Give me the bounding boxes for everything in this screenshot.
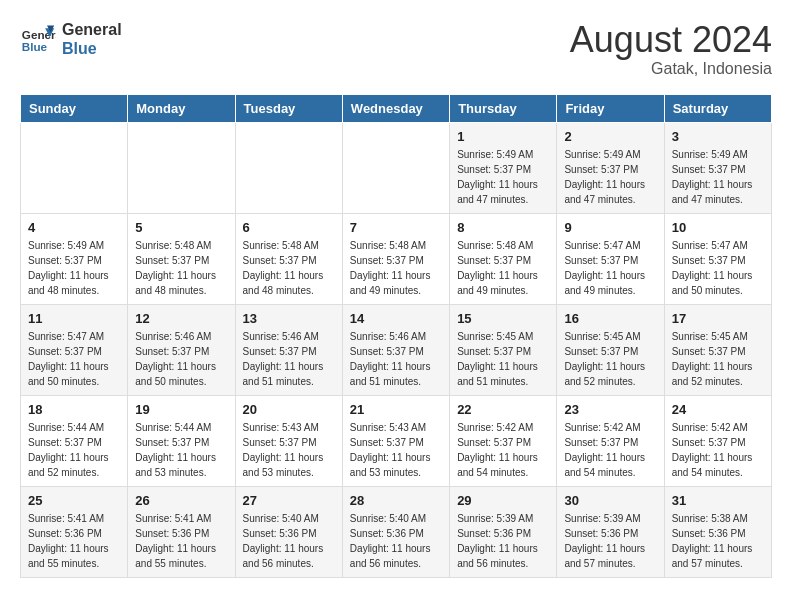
month-year: August 2024 [570, 20, 772, 60]
calendar-cell: 26Sunrise: 5:41 AM Sunset: 5:36 PM Dayli… [128, 486, 235, 577]
calendar-cell: 8Sunrise: 5:48 AM Sunset: 5:37 PM Daylig… [450, 213, 557, 304]
day-number: 30 [564, 493, 656, 508]
day-info: Sunrise: 5:48 AM Sunset: 5:37 PM Dayligh… [350, 238, 442, 298]
day-number: 26 [135, 493, 227, 508]
day-number: 11 [28, 311, 120, 326]
calendar-week-4: 18Sunrise: 5:44 AM Sunset: 5:37 PM Dayli… [21, 395, 772, 486]
calendar-cell: 17Sunrise: 5:45 AM Sunset: 5:37 PM Dayli… [664, 304, 771, 395]
day-info: Sunrise: 5:43 AM Sunset: 5:37 PM Dayligh… [243, 420, 335, 480]
weekday-header-monday: Monday [128, 94, 235, 122]
day-info: Sunrise: 5:44 AM Sunset: 5:37 PM Dayligh… [135, 420, 227, 480]
day-number: 8 [457, 220, 549, 235]
calendar-cell: 13Sunrise: 5:46 AM Sunset: 5:37 PM Dayli… [235, 304, 342, 395]
day-info: Sunrise: 5:42 AM Sunset: 5:37 PM Dayligh… [564, 420, 656, 480]
day-info: Sunrise: 5:48 AM Sunset: 5:37 PM Dayligh… [135, 238, 227, 298]
day-info: Sunrise: 5:39 AM Sunset: 5:36 PM Dayligh… [457, 511, 549, 571]
day-number: 4 [28, 220, 120, 235]
calendar-week-5: 25Sunrise: 5:41 AM Sunset: 5:36 PM Dayli… [21, 486, 772, 577]
day-info: Sunrise: 5:39 AM Sunset: 5:36 PM Dayligh… [564, 511, 656, 571]
calendar-header-row: SundayMondayTuesdayWednesdayThursdayFrid… [21, 94, 772, 122]
calendar-cell: 24Sunrise: 5:42 AM Sunset: 5:37 PM Dayli… [664, 395, 771, 486]
day-number: 17 [672, 311, 764, 326]
calendar-cell: 19Sunrise: 5:44 AM Sunset: 5:37 PM Dayli… [128, 395, 235, 486]
day-info: Sunrise: 5:48 AM Sunset: 5:37 PM Dayligh… [243, 238, 335, 298]
day-number: 18 [28, 402, 120, 417]
calendar-cell: 18Sunrise: 5:44 AM Sunset: 5:37 PM Dayli… [21, 395, 128, 486]
day-number: 28 [350, 493, 442, 508]
day-info: Sunrise: 5:47 AM Sunset: 5:37 PM Dayligh… [28, 329, 120, 389]
day-number: 15 [457, 311, 549, 326]
day-number: 7 [350, 220, 442, 235]
day-info: Sunrise: 5:49 AM Sunset: 5:37 PM Dayligh… [672, 147, 764, 207]
day-number: 16 [564, 311, 656, 326]
day-number: 1 [457, 129, 549, 144]
day-number: 20 [243, 402, 335, 417]
day-number: 31 [672, 493, 764, 508]
calendar-table: SundayMondayTuesdayWednesdayThursdayFrid… [20, 94, 772, 578]
title-block: August 2024 Gatak, Indonesia [570, 20, 772, 78]
day-number: 10 [672, 220, 764, 235]
weekday-header-saturday: Saturday [664, 94, 771, 122]
page-header: General Blue General Blue August 2024 Ga… [20, 20, 772, 78]
day-number: 6 [243, 220, 335, 235]
weekday-header-tuesday: Tuesday [235, 94, 342, 122]
day-info: Sunrise: 5:38 AM Sunset: 5:36 PM Dayligh… [672, 511, 764, 571]
day-number: 22 [457, 402, 549, 417]
day-info: Sunrise: 5:41 AM Sunset: 5:36 PM Dayligh… [135, 511, 227, 571]
day-info: Sunrise: 5:49 AM Sunset: 5:37 PM Dayligh… [564, 147, 656, 207]
day-info: Sunrise: 5:42 AM Sunset: 5:37 PM Dayligh… [457, 420, 549, 480]
day-number: 24 [672, 402, 764, 417]
day-number: 5 [135, 220, 227, 235]
weekday-header-wednesday: Wednesday [342, 94, 449, 122]
calendar-cell [128, 122, 235, 213]
calendar-cell: 23Sunrise: 5:42 AM Sunset: 5:37 PM Dayli… [557, 395, 664, 486]
calendar-cell: 2Sunrise: 5:49 AM Sunset: 5:37 PM Daylig… [557, 122, 664, 213]
day-info: Sunrise: 5:41 AM Sunset: 5:36 PM Dayligh… [28, 511, 120, 571]
day-number: 9 [564, 220, 656, 235]
day-number: 23 [564, 402, 656, 417]
day-info: Sunrise: 5:46 AM Sunset: 5:37 PM Dayligh… [135, 329, 227, 389]
calendar-week-3: 11Sunrise: 5:47 AM Sunset: 5:37 PM Dayli… [21, 304, 772, 395]
day-info: Sunrise: 5:49 AM Sunset: 5:37 PM Dayligh… [457, 147, 549, 207]
calendar-cell [235, 122, 342, 213]
logo-line2: Blue [62, 39, 122, 58]
day-number: 27 [243, 493, 335, 508]
calendar-cell [21, 122, 128, 213]
day-number: 25 [28, 493, 120, 508]
calendar-cell: 3Sunrise: 5:49 AM Sunset: 5:37 PM Daylig… [664, 122, 771, 213]
calendar-cell: 10Sunrise: 5:47 AM Sunset: 5:37 PM Dayli… [664, 213, 771, 304]
day-number: 3 [672, 129, 764, 144]
logo-line1: General [62, 20, 122, 39]
calendar-week-1: 1Sunrise: 5:49 AM Sunset: 5:37 PM Daylig… [21, 122, 772, 213]
calendar-cell: 28Sunrise: 5:40 AM Sunset: 5:36 PM Dayli… [342, 486, 449, 577]
calendar-cell: 16Sunrise: 5:45 AM Sunset: 5:37 PM Dayli… [557, 304, 664, 395]
day-number: 12 [135, 311, 227, 326]
day-number: 19 [135, 402, 227, 417]
calendar-cell: 20Sunrise: 5:43 AM Sunset: 5:37 PM Dayli… [235, 395, 342, 486]
day-number: 13 [243, 311, 335, 326]
day-info: Sunrise: 5:47 AM Sunset: 5:37 PM Dayligh… [564, 238, 656, 298]
day-info: Sunrise: 5:45 AM Sunset: 5:37 PM Dayligh… [564, 329, 656, 389]
day-info: Sunrise: 5:46 AM Sunset: 5:37 PM Dayligh… [243, 329, 335, 389]
day-info: Sunrise: 5:42 AM Sunset: 5:37 PM Dayligh… [672, 420, 764, 480]
calendar-cell: 7Sunrise: 5:48 AM Sunset: 5:37 PM Daylig… [342, 213, 449, 304]
calendar-cell: 9Sunrise: 5:47 AM Sunset: 5:37 PM Daylig… [557, 213, 664, 304]
calendar-cell: 29Sunrise: 5:39 AM Sunset: 5:36 PM Dayli… [450, 486, 557, 577]
calendar-cell: 14Sunrise: 5:46 AM Sunset: 5:37 PM Dayli… [342, 304, 449, 395]
calendar-cell: 22Sunrise: 5:42 AM Sunset: 5:37 PM Dayli… [450, 395, 557, 486]
calendar-cell: 11Sunrise: 5:47 AM Sunset: 5:37 PM Dayli… [21, 304, 128, 395]
day-info: Sunrise: 5:47 AM Sunset: 5:37 PM Dayligh… [672, 238, 764, 298]
logo-icon: General Blue [20, 21, 56, 57]
day-info: Sunrise: 5:49 AM Sunset: 5:37 PM Dayligh… [28, 238, 120, 298]
day-number: 29 [457, 493, 549, 508]
calendar-cell: 25Sunrise: 5:41 AM Sunset: 5:36 PM Dayli… [21, 486, 128, 577]
day-number: 21 [350, 402, 442, 417]
day-info: Sunrise: 5:43 AM Sunset: 5:37 PM Dayligh… [350, 420, 442, 480]
day-info: Sunrise: 5:40 AM Sunset: 5:36 PM Dayligh… [350, 511, 442, 571]
calendar-cell: 30Sunrise: 5:39 AM Sunset: 5:36 PM Dayli… [557, 486, 664, 577]
day-info: Sunrise: 5:45 AM Sunset: 5:37 PM Dayligh… [457, 329, 549, 389]
calendar-cell: 12Sunrise: 5:46 AM Sunset: 5:37 PM Dayli… [128, 304, 235, 395]
calendar-cell: 5Sunrise: 5:48 AM Sunset: 5:37 PM Daylig… [128, 213, 235, 304]
calendar-cell: 6Sunrise: 5:48 AM Sunset: 5:37 PM Daylig… [235, 213, 342, 304]
calendar-cell: 31Sunrise: 5:38 AM Sunset: 5:36 PM Dayli… [664, 486, 771, 577]
